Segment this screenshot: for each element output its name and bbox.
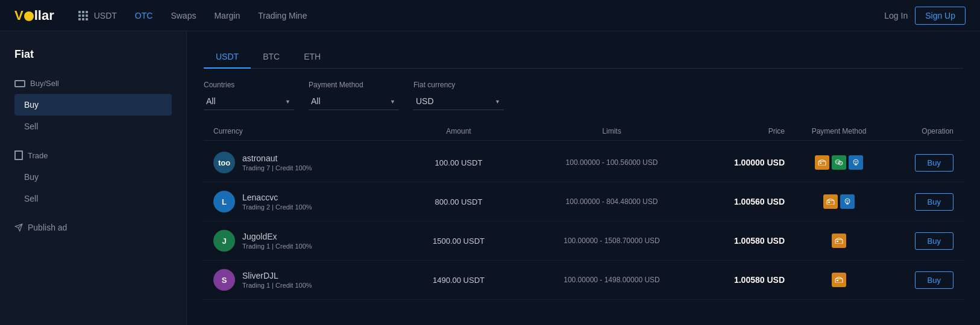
avatar: J [213,230,235,252]
payment-method-filter: Payment Method All Bank Transfer WeChat … [309,81,399,110]
pay-icon-bank [823,194,838,209]
avatar: L [213,191,235,212]
amount-cell: 1500.00 USDT [382,237,535,246]
table-row: S SliverDJL Trading 1 | Credit 100% 1490… [204,261,963,300]
trader-meta: Trading 1 | Credit 100% [242,282,312,289]
limits-cell: 100.00000 - 100.56000 USD [535,158,688,167]
trader-info: J JugoldEx Trading 1 | Credit 100% [213,230,382,252]
buy-button[interactable]: Buy [915,193,953,211]
trader-info: S SliverDJL Trading 1 | Credit 100% [213,269,382,291]
trade-icon [14,150,23,160]
col-amount: Amount [382,127,535,135]
col-currency: Currency [213,127,382,135]
svg-point-4 [835,160,840,164]
nav-otc[interactable]: OTC [135,11,153,20]
svg-rect-16 [835,279,843,283]
main-container: Fiat Buy/Sell Buy Sell Trade Buy Sell Pu… [0,31,980,325]
pay-icon-bank [815,155,829,170]
sidebar-buysell-section: Buy/Sell Buy Sell [0,73,186,137]
sidebar-trade-sell[interactable]: Sell [14,188,172,209]
fiat-currency-select[interactable]: USD EUR GBP CNY [413,93,504,110]
limits-cell: 100.00000 - 804.48000 USD [535,197,688,206]
trader-info: too astronaut Trading 7 | Credit 100% [213,152,382,173]
price-cell: 1.00580 USD [688,236,785,246]
avatar: S [213,269,235,291]
sidebar-buysell-label: Buy/Sell [14,73,172,94]
svg-point-5 [837,161,838,162]
currency-tabs: USDT BTC ETH [204,46,963,69]
svg-rect-17 [837,280,838,281]
svg-rect-15 [837,241,838,242]
svg-rect-11 [827,200,834,205]
payment-icons [785,155,893,170]
nav-trading-mine[interactable]: Trading Mine [258,11,307,20]
trader-meta: Trading 1 | Credit 100% [242,243,312,250]
tab-eth[interactable]: ETH [292,46,333,69]
sidebar-publish-ad[interactable]: Publish ad [0,217,186,238]
trader-meta: Trading 2 | Credit 100% [242,203,312,211]
svg-point-7 [838,161,843,165]
trader-info: L Lenaccvc Trading 2 | Credit 100% [213,191,382,212]
svg-rect-12 [828,202,830,203]
countries-select[interactable]: All US UK EU CN [204,93,294,110]
pay-icon-bank [832,273,846,287]
table-header: Currency Amount Limits Price Payment Met… [204,122,963,141]
amount-cell: 1490.00 USDT [382,276,535,285]
amount-cell: 100.00 USDT [382,158,535,167]
card-icon [14,80,25,87]
pay-icon-wechat [832,155,846,170]
svg-point-8 [840,162,840,163]
limits-cell: 100.00000 - 1498.00000 USD [535,276,688,284]
brand-name: Vllar [14,8,54,23]
svg-rect-3 [820,162,821,164]
buy-button[interactable]: Buy [915,232,953,250]
nav-margin[interactable]: Margin [214,11,240,20]
sidebar-trade-buy[interactable]: Buy [14,166,172,188]
col-payment: Payment Method [785,127,893,135]
svg-rect-14 [835,240,843,244]
countries-filter: Countries All US UK EU CN [204,81,294,110]
fiat-currency-label: Fiat currency [413,81,504,89]
payment-icons [785,273,893,287]
col-limits: Limits [535,127,688,135]
sidebar-title: Fiat [0,48,186,73]
payment-method-select[interactable]: All Bank Transfer WeChat Alipay [309,93,399,110]
grid-menu-icon[interactable] [78,11,88,20]
tab-btc[interactable]: BTC [251,46,292,69]
publish-icon [14,223,23,232]
svg-point-9 [841,162,841,163]
payment-icons [785,194,893,209]
sidebar-trade-section: Trade Buy Sell [0,144,186,209]
price-cell: 1.00580 USD [688,275,785,285]
col-price: Price [688,127,785,135]
content-area: USDT BTC ETH Countries All US UK EU CN [187,31,980,325]
sidebar-buysell-buy[interactable]: Buy [14,94,172,116]
trader-meta: Trading 7 | Credit 100% [242,164,312,172]
sidebar-trade-label: Trade [14,144,172,166]
limits-cell: 100.00000 - 1508.70000 USD [535,237,688,245]
payment-method-label: Payment Method [309,81,399,89]
table-row: L Lenaccvc Trading 2 | Credit 100% 800.0… [204,182,963,221]
payment-icons [785,234,893,248]
avatar: too [213,152,235,173]
trader-name: astronaut [242,153,312,163]
price-cell: 1.00560 USD [688,197,785,206]
tab-usdt[interactable]: USDT [204,46,251,69]
logo[interactable]: Vllar [14,8,54,23]
nav-exchange[interactable]: USDT [94,11,117,20]
trader-name: JugoldEx [242,232,312,241]
pay-icon-bank [832,234,846,248]
buy-button[interactable]: Buy [915,271,953,289]
buy-button[interactable]: Buy [915,154,953,172]
login-button[interactable]: Log In [884,11,908,20]
filters-row: Countries All US UK EU CN Payment Method… [204,81,963,110]
pay-icon-alipay [840,194,855,209]
countries-label: Countries [204,81,294,89]
fiat-currency-filter: Fiat currency USD EUR GBP CNY [413,81,504,110]
amount-cell: 800.00 USDT [382,197,535,206]
signup-button[interactable]: Sign Up [915,7,966,25]
sidebar-buysell-sell[interactable]: Sell [14,116,172,137]
svg-rect-2 [818,161,826,166]
price-cell: 1.00000 USD [688,158,785,167]
nav-swaps[interactable]: Swaps [171,11,196,20]
